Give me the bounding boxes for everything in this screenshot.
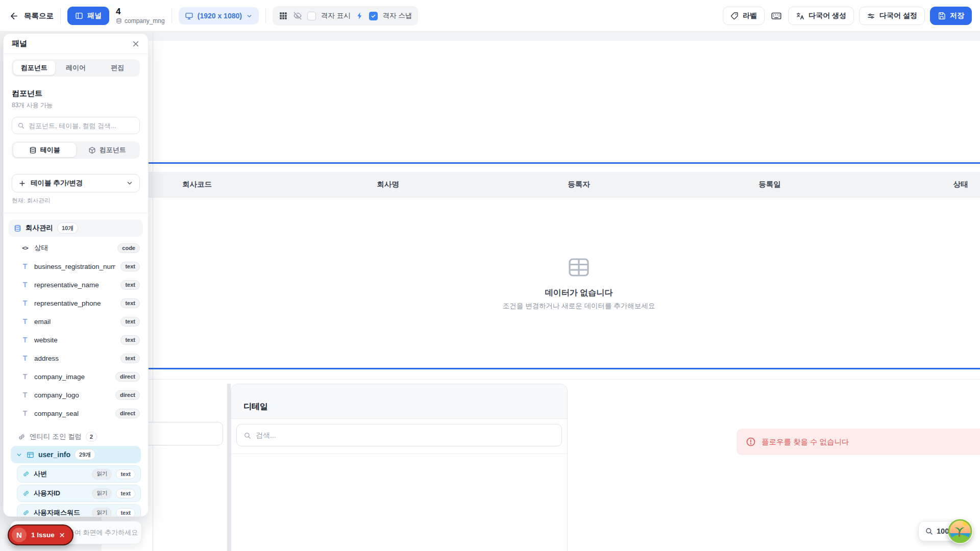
resolution-selector[interactable]: (980 x 551) [179, 7, 259, 24]
database-icon [14, 224, 21, 232]
field-row[interactable]: T representative_name text [4, 276, 148, 294]
field-type-badge: code [117, 243, 140, 253]
join-field-row[interactable]: 사번 읽기 text [17, 465, 141, 483]
i18n-generate-button[interactable]: 다국어 생성 [788, 7, 854, 25]
field-type-icon: T [21, 299, 29, 307]
tab-components[interactable]: 컴포넌트 [13, 61, 55, 75]
field-row[interactable]: T email text [4, 312, 148, 331]
tab-edit[interactable]: 편집 [96, 61, 138, 75]
island-widget-button[interactable] [947, 518, 973, 544]
field-row[interactable]: T address text [4, 349, 148, 367]
detail-panel-title: 디테일 [243, 402, 268, 412]
field-row[interactable]: <> 상태 code [4, 239, 148, 257]
field-name: company_logo [34, 391, 110, 399]
table-item-name: 회사관리 [26, 223, 53, 233]
field-name: website [34, 336, 115, 344]
field-name: company_image [34, 373, 110, 381]
table-column-header[interactable]: 회사명 [292, 172, 483, 197]
grid-options-group: 격자 표시 격자 스냅 [273, 6, 419, 26]
component-search-input[interactable] [29, 122, 134, 130]
save-button-label: 저장 [950, 11, 964, 20]
issue-logo: N [12, 528, 27, 542]
component-search[interactable] [12, 117, 140, 134]
source-toggle-component-label: 컴포넌트 [100, 145, 126, 155]
canvas-page: 회사코드 회사명 등록자 등록일 상태 데이터가 없습니다 조건을 변경하거나 … [102, 32, 980, 551]
field-row[interactable]: T company_image direct [4, 367, 148, 386]
table-selection-border-bottom[interactable] [102, 368, 980, 369]
monitor-icon [185, 12, 193, 20]
field-row[interactable]: T company_seal direct [4, 404, 148, 422]
field-name: representative_phone [34, 299, 115, 307]
tab-layers[interactable]: 레이어 [55, 61, 97, 75]
field-type-icon: T [21, 409, 29, 417]
joined-table-user-info[interactable]: user_info 29개 [11, 446, 141, 463]
close-icon[interactable] [132, 40, 140, 48]
field-list: <> 상태 code T business_registration_numb … [4, 239, 148, 422]
joined-table-name: user_info [38, 450, 70, 459]
entity-join-label: 엔티티 조인 컬럼 [30, 432, 82, 441]
field-row[interactable]: T representative_phone text [4, 294, 148, 312]
i18n-settings-button[interactable]: 다국어 설정 [859, 7, 925, 25]
link-icon [22, 470, 30, 478]
table-selection-border-top[interactable] [102, 162, 980, 164]
join-field-row[interactable]: 사용자ID 읽기 text [17, 485, 141, 502]
grid-snap-checkbox[interactable] [369, 12, 378, 20]
detail-search-input[interactable] [256, 431, 555, 439]
chevron-down-icon [246, 13, 253, 19]
table-column-header[interactable]: 상태 [865, 172, 980, 197]
field-name: representative_name [34, 281, 115, 289]
field-type-badge: text [120, 317, 140, 327]
link-icon [18, 433, 26, 441]
entity-join-section: 엔티티 조인 컬럼 2 [18, 431, 140, 443]
field-row[interactable]: T company_logo direct [4, 386, 148, 404]
link-icon [22, 490, 30, 497]
join-field-row[interactable]: 사용자패스워드 읽기 text [17, 504, 141, 517]
field-name: company_seal [34, 410, 110, 417]
field-row[interactable]: T business_registration_numb text [4, 257, 148, 276]
data-table-header[interactable]: 회사코드 회사명 등록자 등록일 상태 [102, 172, 980, 197]
field-row[interactable]: T website text [4, 331, 148, 349]
current-table-label: 현재: 회사관리 [12, 197, 140, 205]
close-icon[interactable]: ✕ [59, 531, 65, 539]
detail-search[interactable] [236, 424, 562, 446]
toolbar-divider [60, 8, 61, 23]
keyboard-shortcuts-button[interactable] [770, 10, 783, 21]
source-toggle-table[interactable]: 테이블 [13, 143, 76, 157]
join-field-name: 사용자ID [34, 489, 88, 498]
field-type-badge: direct [115, 372, 140, 382]
field-type-icon: T [21, 354, 29, 362]
island-icon [947, 518, 973, 544]
grid-snap-label: 격자 스냅 [383, 11, 412, 20]
field-name: email [34, 318, 115, 325]
flow-error-alert: 플로우를 찾을 수 없습니다 [737, 429, 980, 455]
i18n-generate-label: 다국어 생성 [808, 11, 846, 20]
add-table-dropdown[interactable]: 테이블 추가/변경 [12, 174, 140, 192]
label-button[interactable]: 라벨 [723, 7, 765, 25]
join-field-access-badge: 읽기 [92, 488, 112, 499]
panel-toggle-button[interactable]: 패널 [67, 7, 109, 25]
vertical-splitter[interactable] [227, 384, 231, 551]
table-item-company-mng[interactable]: 회사관리 10개 [9, 219, 143, 237]
empty-table-icon [567, 255, 591, 280]
source-toggle-table-label: 테이블 [40, 145, 60, 155]
field-type-icon: T [21, 391, 29, 399]
chevron-down-icon [16, 452, 22, 458]
field-type-icon: <> [21, 245, 29, 251]
field-name: address [34, 355, 115, 362]
link-icon [22, 509, 30, 516]
tag-icon [730, 12, 739, 20]
save-button[interactable]: 저장 [930, 7, 972, 25]
drag-hint-text: 하여 화면에 추가하세요 [68, 528, 138, 537]
empty-state-title: 데이터가 없습니다 [545, 288, 612, 298]
issue-badge[interactable]: N 1 Issue ✕ [8, 524, 74, 545]
field-name: 상태 [34, 243, 112, 253]
source-toggle-component[interactable]: 컴포넌트 [76, 143, 139, 157]
table-field-count-badge: 10개 [57, 222, 78, 234]
field-type-badge: text [120, 280, 140, 290]
table-column-header[interactable]: 등록일 [674, 172, 865, 197]
grid-show-checkbox[interactable] [307, 12, 316, 20]
table-column-header[interactable]: 등록자 [483, 172, 674, 197]
join-field-access-badge: 읽기 [92, 508, 112, 517]
back-to-list-button[interactable]: 목록으로 [9, 11, 54, 21]
field-type-icon: T [21, 317, 29, 325]
